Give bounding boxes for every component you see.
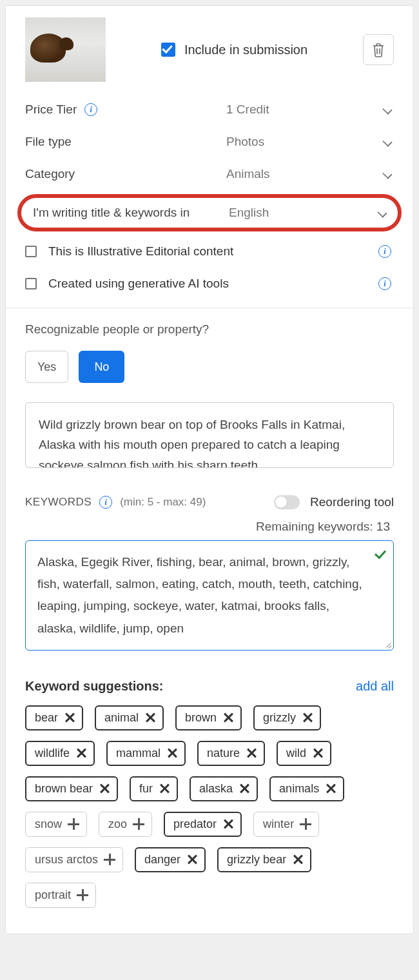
suggestion-chip[interactable]: grizzly bear [217,847,311,872]
plus-icon[interactable] [133,819,144,829]
language-label: I'm writing title & keywords in [33,206,190,220]
info-icon[interactable]: i [99,496,112,509]
close-icon[interactable] [223,712,233,723]
release-buttons: Yes No [6,337,413,402]
price-tier-select[interactable]: 1 Credit [226,103,394,117]
close-icon[interactable] [223,819,233,829]
chip-label: alaska [199,782,233,796]
language-value: English [229,206,269,220]
info-icon[interactable]: i [378,277,391,290]
close-icon[interactable] [239,783,249,794]
close-icon[interactable] [159,783,170,794]
genai-check-row[interactable]: Created using generative AI tools i [6,268,413,300]
suggestion-chip[interactable]: brown [175,705,242,730]
suggestion-chip[interactable]: alaska [190,776,258,801]
reorder-toggle[interactable] [274,495,300,509]
file-type-row: File type Photos [25,126,394,158]
chip-label: ursus arctos [35,853,98,867]
language-row-highlighted: I'm writing title & keywords in English [17,194,402,231]
chip-label: animals [279,782,319,796]
suggestion-chip[interactable]: mammal [106,741,186,766]
resize-handle-icon[interactable] [384,640,391,648]
file-type-label: File type [25,135,72,149]
price-tier-label: Price Tier [25,103,77,117]
category-select[interactable]: Animals [226,167,394,181]
close-icon[interactable] [76,748,86,758]
chip-label: wild [286,747,306,760]
info-icon[interactable]: i [84,103,97,116]
suggestion-chip[interactable]: wild [277,741,331,766]
suggestion-chip[interactable]: brown bear [25,776,118,801]
close-icon[interactable] [167,748,177,758]
suggestions-header: Keyword suggestions: add all [6,651,413,705]
suggestions-title: Keyword suggestions: [25,679,163,694]
add-all-link[interactable]: add all [356,679,394,694]
release-no-button[interactable]: No [79,351,124,383]
editorial-checkbox[interactable] [25,246,37,257]
close-icon[interactable] [302,712,313,723]
plus-icon[interactable] [104,854,115,865]
keywords-title: KEYWORDS [25,496,92,509]
genai-label: Created using generative AI tools [48,277,229,291]
release-question: Recognizable people or property? [6,322,413,337]
card-header: Include in submission [6,6,413,93]
chip-label: danger [144,853,180,867]
file-type-value: Photos [226,135,264,149]
close-icon[interactable] [293,854,303,865]
chevron-down-icon [382,169,392,179]
suggestion-chip[interactable]: danger [135,847,206,872]
release-yes-button[interactable]: Yes [25,351,68,383]
info-icon[interactable]: i [378,245,391,258]
category-row: Category Animals [25,158,394,190]
asset-card: Include in submission Price Tier i 1 Cre… [5,5,414,934]
chip-label: predator [173,818,217,831]
suggestion-chip[interactable]: winter [253,812,319,837]
suggestion-chip[interactable]: predator [164,812,242,837]
asset-thumbnail[interactable] [25,17,106,82]
suggestion-chip[interactable]: portrait [25,883,96,908]
chip-label: grizzly [263,711,296,725]
suggestion-chip[interactable]: animals [269,776,344,801]
check-icon [375,547,386,560]
close-icon[interactable] [99,783,110,794]
chip-label: animal [104,711,139,725]
chip-label: mammal [116,747,161,760]
close-icon[interactable] [246,748,257,758]
plus-icon[interactable] [77,890,88,900]
close-icon[interactable] [145,712,155,723]
suggestion-chip[interactable]: animal [95,705,164,730]
editorial-check-row[interactable]: This is Illustrative Editorial content i [6,235,413,268]
chevron-down-icon [382,137,392,146]
suggestion-chip[interactable]: snow [25,812,87,837]
suggestion-chip[interactable]: ursus arctos [25,847,123,872]
suggestion-chip[interactable]: nature [197,741,265,766]
keywords-input[interactable]: Alaska, Egegik River, fishing, bear, ani… [25,540,394,651]
delete-button[interactable] [363,34,394,65]
close-icon[interactable] [313,748,323,758]
suggestion-chip[interactable]: fur [130,776,178,801]
plus-icon[interactable] [68,819,79,829]
close-icon[interactable] [64,712,75,723]
suggestion-chip[interactable]: zoo [99,812,152,837]
suggestion-chip[interactable]: grizzly [253,705,321,730]
include-checkbox[interactable] [161,43,175,57]
close-icon[interactable] [187,854,197,865]
suggestion-chip[interactable]: bear [25,705,83,730]
chip-label: brown [185,711,217,725]
plus-icon[interactable] [300,819,311,829]
file-type-select[interactable]: Photos [226,135,394,149]
genai-checkbox[interactable] [25,278,37,289]
chip-label: portrait [35,888,71,902]
title-textarea[interactable]: Wild grizzly brown bear on top of Brooks… [25,402,394,468]
chip-label: snow [35,818,62,831]
include-in-submission[interactable]: Include in submission [161,43,307,57]
chip-label: fur [139,782,153,796]
keywords-header: KEYWORDS i (min: 5 - max: 49) Reordering… [6,468,413,520]
close-icon[interactable] [326,783,336,794]
suggestion-chips: bearanimalbrowngrizzlywildlifemammalnatu… [6,705,413,908]
language-select[interactable]: English [229,206,389,220]
chevron-down-icon [382,104,392,114]
suggestion-chip[interactable]: wildlife [25,741,95,766]
reorder-toggle-wrap[interactable]: Reordering tool [274,495,394,509]
category-value: Animals [226,167,270,181]
